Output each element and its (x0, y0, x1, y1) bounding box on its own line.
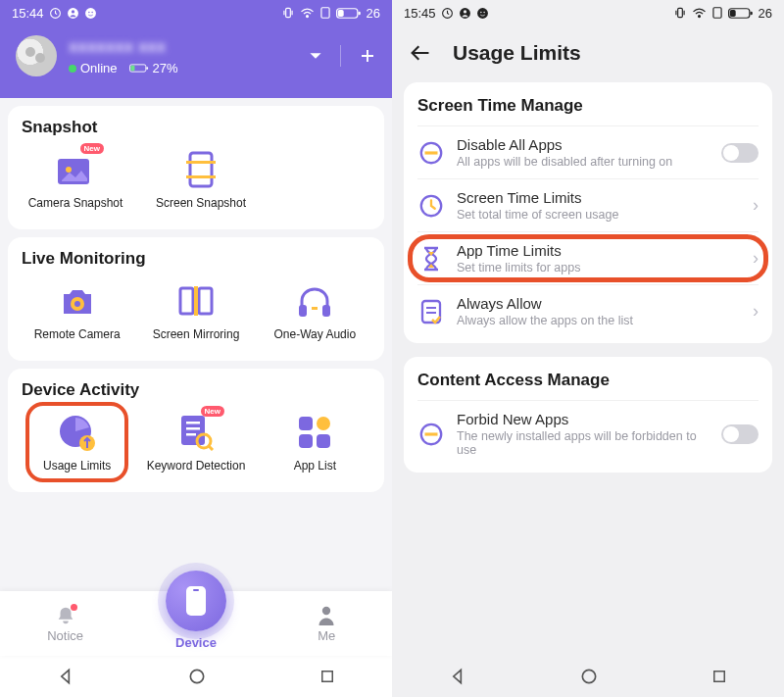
nav-back-icon[interactable] (448, 667, 467, 686)
item-label: Camera Snapshot (28, 196, 123, 210)
item-label: Screen Mirroring (153, 327, 240, 341)
svg-rect-19 (186, 175, 216, 178)
keyword-icon: New (175, 412, 217, 453)
main-body: Snapshot New Camera Snapshot Screen Snap… (0, 98, 392, 591)
battery-pct: 26 (367, 6, 380, 21)
nav-recent-icon[interactable] (318, 668, 336, 685)
svg-rect-33 (186, 433, 196, 436)
battery-small-icon (129, 63, 149, 74)
camera-icon (57, 280, 98, 322)
app-list-icon (294, 412, 335, 453)
forbid-new-apps-row[interactable]: Forbid New Apps The newly installed apps… (417, 400, 759, 467)
avatar[interactable] (16, 35, 57, 76)
face-icon (84, 7, 97, 20)
svg-rect-11 (337, 9, 343, 16)
nav-device[interactable]: Device (147, 598, 245, 650)
item-label: Remote Camera (34, 327, 121, 341)
bottom-nav: Notice Device Me (0, 591, 392, 656)
vibrate-icon (281, 6, 295, 20)
camera-snapshot-item[interactable]: New Camera Snapshot (22, 145, 129, 214)
row-title: Screen Time Limits (457, 189, 741, 206)
nav-recent-icon[interactable] (710, 668, 728, 685)
usage-limits-item[interactable]: Usage Limits (22, 408, 132, 476)
content-access-card: Content Access Manage Forbid New Apps Th… (404, 357, 772, 473)
svg-point-7 (306, 16, 308, 18)
phone-right: 15:45 26 Usage Limits Screen Time Manage (392, 0, 784, 697)
profile-header: xxxxxxx xxx Online 27% (0, 25, 392, 98)
svg-rect-38 (317, 434, 330, 448)
svg-rect-8 (320, 8, 328, 19)
svg-rect-43 (322, 672, 333, 682)
page-title: Usage Limits (453, 41, 581, 65)
nav-label: Me (318, 628, 335, 643)
svg-rect-18 (186, 161, 216, 164)
one-way-audio-item[interactable]: One-Way Audio (260, 276, 370, 345)
screen-time-limits-row[interactable]: Screen Time Limits Set total time of scr… (417, 178, 759, 231)
toggle-switch[interactable] (721, 143, 759, 163)
svg-point-36 (317, 417, 330, 430)
user-icon (67, 7, 79, 20)
chevron-right-icon: › (753, 301, 759, 322)
nav-home-icon[interactable] (187, 667, 207, 686)
svg-rect-17 (190, 153, 212, 186)
divider (340, 45, 341, 67)
svg-point-42 (190, 670, 203, 682)
app-list-item[interactable]: App List (260, 408, 370, 476)
svg-rect-55 (729, 9, 735, 16)
svg-rect-10 (358, 11, 360, 15)
row-title: Disable All Apps (457, 136, 710, 153)
toggle-switch[interactable] (721, 424, 759, 444)
item-label: App List (294, 459, 336, 473)
screen-mirroring-item[interactable]: Screen Mirroring (140, 276, 251, 345)
sync-icon (441, 7, 454, 20)
svg-rect-54 (750, 11, 752, 15)
section-title: Snapshot (22, 118, 370, 137)
username: xxxxxxx xxx (69, 37, 309, 57)
svg-rect-27 (312, 307, 318, 310)
nav-notice[interactable]: Notice (17, 605, 115, 643)
status-time: 15:44 (12, 6, 44, 21)
nav-me[interactable]: Me (277, 605, 375, 643)
sync-icon (49, 7, 62, 20)
svg-rect-35 (299, 417, 313, 430)
svg-rect-40 (193, 589, 199, 591)
battery-icon (728, 7, 754, 20)
svg-point-41 (322, 606, 330, 614)
dropdown-icon[interactable] (309, 51, 322, 61)
user-icon (459, 7, 471, 20)
snapshot-card: Snapshot New Camera Snapshot Screen Snap… (8, 106, 384, 229)
svg-rect-22 (180, 288, 193, 314)
keyword-detection-item[interactable]: New Keyword Detection (140, 408, 251, 476)
svg-point-21 (74, 301, 80, 307)
online-status: Online (69, 61, 118, 75)
back-button[interactable] (410, 44, 431, 62)
nav-home-icon[interactable] (579, 667, 599, 686)
vibrate-icon (673, 6, 687, 20)
svg-point-4 (88, 11, 90, 13)
row-subtitle: Set total time of screen usage (457, 208, 741, 222)
row-subtitle: All apps will be disabled after turning … (457, 155, 710, 169)
section-title: Content Access Manage (417, 371, 759, 390)
add-button[interactable] (359, 47, 376, 65)
remote-camera-item[interactable]: Remote Camera (22, 276, 132, 345)
headphones-icon (294, 280, 335, 322)
status-time: 15:45 (404, 6, 436, 21)
phone-icon (184, 584, 208, 618)
page-header: Usage Limits (392, 25, 784, 82)
row-title: App Time Limits (457, 242, 741, 259)
svg-rect-30 (181, 416, 205, 445)
always-allow-row[interactable]: Always Allow Always allow the apps on th… (417, 284, 759, 337)
nav-back-icon[interactable] (56, 667, 75, 686)
device-center-button[interactable] (166, 571, 226, 631)
svg-rect-52 (712, 8, 720, 19)
screen-snapshot-icon (180, 149, 221, 190)
android-nav-bar (392, 656, 784, 697)
svg-rect-26 (322, 305, 330, 317)
online-dot-icon (69, 65, 76, 73)
svg-rect-24 (194, 286, 198, 316)
disable-all-apps-row[interactable]: Disable All Apps All apps will be disabl… (417, 125, 759, 178)
svg-rect-6 (285, 8, 290, 17)
app-time-limits-row[interactable]: App Time Limits Set time limits for apps… (417, 231, 759, 284)
person-icon (317, 605, 336, 626)
screen-snapshot-item[interactable]: Screen Snapshot (147, 145, 255, 214)
